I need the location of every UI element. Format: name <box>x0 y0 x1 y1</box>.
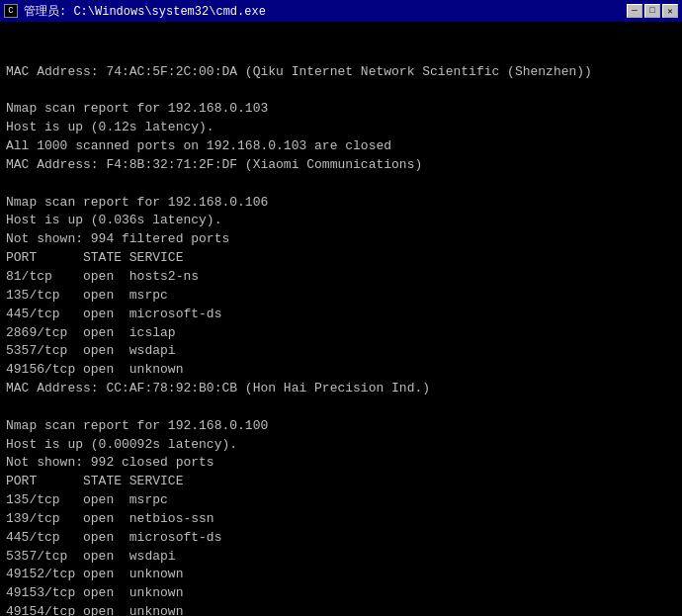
terminal-line: Nmap scan report for 192.168.0.106 <box>6 194 676 213</box>
terminal-line: Nmap scan report for 192.168.0.100 <box>6 417 676 436</box>
minimize-button[interactable]: — <box>627 4 642 18</box>
terminal-line <box>6 82 676 101</box>
terminal-line: All 1000 scanned ports on 192.168.0.103 … <box>6 137 676 156</box>
terminal-line: MAC Address: 74:AC:5F:2C:00:DA (Qiku Int… <box>6 63 676 82</box>
title-bar-left: C 管理员: C:\Windows\system32\cmd.exe <box>4 3 266 20</box>
terminal-line: 49152/tcp open unknown <box>6 566 676 584</box>
terminal-line <box>6 398 676 417</box>
terminal-line: PORT STATE SERVICE <box>6 249 676 268</box>
terminal-line: Not shown: 994 filtered ports <box>6 230 676 249</box>
window-controls: — □ ✕ <box>627 4 678 18</box>
terminal-line: 135/tcp open msrpc <box>6 491 676 510</box>
terminal-line: 49154/tcp open unknown <box>6 603 676 616</box>
cmd-icon-text: C <box>8 6 13 16</box>
maximize-button[interactable]: □ <box>644 4 660 18</box>
terminal-line: Host is up (0.12s latency). <box>6 119 676 137</box>
terminal-line: 2869/tcp open icslap <box>6 324 676 343</box>
terminal-line: Nmap scan report for 192.168.0.103 <box>6 100 676 119</box>
window-title: 管理员: C:\Windows\system32\cmd.exe <box>24 3 266 20</box>
terminal-output: MAC Address: 74:AC:5F:2C:00:DA (Qiku Int… <box>0 22 682 616</box>
terminal-line: 49153/tcp open unknown <box>6 584 676 603</box>
terminal-line: Host is up (0.036s latency). <box>6 212 676 230</box>
window-container: C 管理员: C:\Windows\system32\cmd.exe — □ ✕… <box>0 0 682 616</box>
terminal-line: Host is up (0.00092s latency). <box>6 436 676 455</box>
terminal-line: 5357/tcp open wsdapi <box>6 342 676 361</box>
terminal-line: Not shown: 992 closed ports <box>6 454 676 473</box>
terminal-line: 135/tcp open msrpc <box>6 287 676 306</box>
title-bar: C 管理员: C:\Windows\system32\cmd.exe — □ ✕ <box>0 0 682 22</box>
terminal-line: MAC Address: F4:8B:32:71:2F:DF (Xiaomi C… <box>6 156 676 175</box>
terminal-line <box>6 175 676 194</box>
terminal-line: 445/tcp open microsoft-ds <box>6 529 676 548</box>
terminal-line: 5357/tcp open wsdapi <box>6 548 676 567</box>
terminal-line: PORT STATE SERVICE <box>6 473 676 491</box>
cmd-icon: C <box>4 4 18 18</box>
terminal-line: 81/tcp open hosts2-ns <box>6 268 676 287</box>
terminal-line: MAC Address: CC:AF:78:92:B0:CB (Hon Hai … <box>6 380 676 398</box>
close-button[interactable]: ✕ <box>662 4 678 18</box>
terminal-line: 445/tcp open microsoft-ds <box>6 306 676 324</box>
terminal-line: 49156/tcp open unknown <box>6 361 676 380</box>
terminal-line: 139/tcp open netbios-ssn <box>6 510 676 529</box>
